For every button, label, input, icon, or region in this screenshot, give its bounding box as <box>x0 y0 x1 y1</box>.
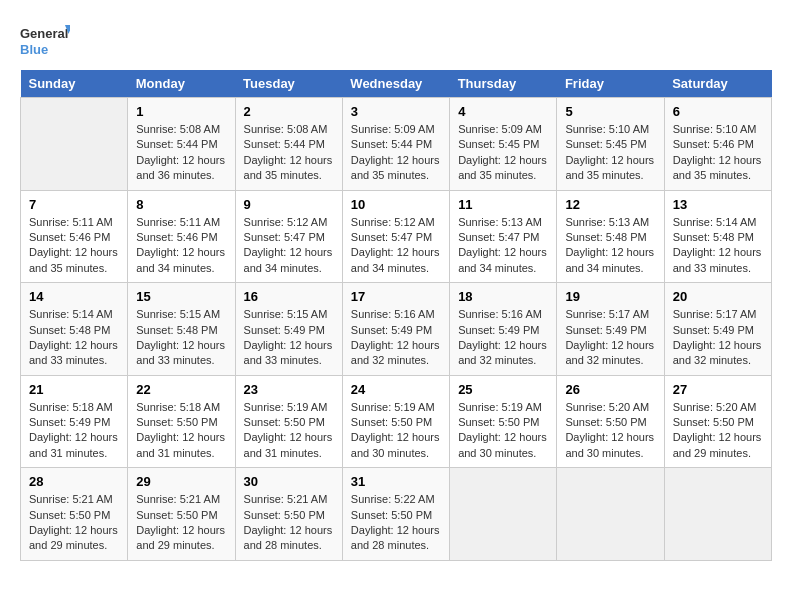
day-number: 31 <box>351 474 441 489</box>
day-info: Sunrise: 5:17 AM Sunset: 5:49 PM Dayligh… <box>673 307 763 369</box>
day-info: Sunrise: 5:09 AM Sunset: 5:44 PM Dayligh… <box>351 122 441 184</box>
calendar-cell: 18Sunrise: 5:16 AM Sunset: 5:49 PM Dayli… <box>450 283 557 376</box>
svg-text:Blue: Blue <box>20 42 48 57</box>
header-friday: Friday <box>557 70 664 98</box>
day-info: Sunrise: 5:21 AM Sunset: 5:50 PM Dayligh… <box>136 492 226 554</box>
day-number: 23 <box>244 382 334 397</box>
calendar-cell <box>664 468 771 561</box>
day-number: 16 <box>244 289 334 304</box>
calendar-cell: 6Sunrise: 5:10 AM Sunset: 5:46 PM Daylig… <box>664 98 771 191</box>
header-saturday: Saturday <box>664 70 771 98</box>
day-info: Sunrise: 5:12 AM Sunset: 5:47 PM Dayligh… <box>351 215 441 277</box>
calendar-cell: 11Sunrise: 5:13 AM Sunset: 5:47 PM Dayli… <box>450 190 557 283</box>
calendar-cell: 28Sunrise: 5:21 AM Sunset: 5:50 PM Dayli… <box>21 468 128 561</box>
day-info: Sunrise: 5:11 AM Sunset: 5:46 PM Dayligh… <box>136 215 226 277</box>
day-number: 28 <box>29 474 119 489</box>
day-number: 6 <box>673 104 763 119</box>
calendar-cell: 15Sunrise: 5:15 AM Sunset: 5:48 PM Dayli… <box>128 283 235 376</box>
day-number: 29 <box>136 474 226 489</box>
calendar-cell: 24Sunrise: 5:19 AM Sunset: 5:50 PM Dayli… <box>342 375 449 468</box>
day-number: 7 <box>29 197 119 212</box>
day-number: 27 <box>673 382 763 397</box>
calendar-cell: 10Sunrise: 5:12 AM Sunset: 5:47 PM Dayli… <box>342 190 449 283</box>
calendar-cell: 26Sunrise: 5:20 AM Sunset: 5:50 PM Dayli… <box>557 375 664 468</box>
day-number: 21 <box>29 382 119 397</box>
header-monday: Monday <box>128 70 235 98</box>
day-info: Sunrise: 5:18 AM Sunset: 5:50 PM Dayligh… <box>136 400 226 462</box>
calendar-week-row: 14Sunrise: 5:14 AM Sunset: 5:48 PM Dayli… <box>21 283 772 376</box>
calendar-header-row: SundayMondayTuesdayWednesdayThursdayFrid… <box>21 70 772 98</box>
day-number: 14 <box>29 289 119 304</box>
calendar-cell: 20Sunrise: 5:17 AM Sunset: 5:49 PM Dayli… <box>664 283 771 376</box>
calendar-cell <box>21 98 128 191</box>
day-info: Sunrise: 5:15 AM Sunset: 5:48 PM Dayligh… <box>136 307 226 369</box>
day-number: 8 <box>136 197 226 212</box>
day-number: 10 <box>351 197 441 212</box>
day-info: Sunrise: 5:20 AM Sunset: 5:50 PM Dayligh… <box>565 400 655 462</box>
day-info: Sunrise: 5:21 AM Sunset: 5:50 PM Dayligh… <box>244 492 334 554</box>
day-info: Sunrise: 5:16 AM Sunset: 5:49 PM Dayligh… <box>458 307 548 369</box>
day-info: Sunrise: 5:22 AM Sunset: 5:50 PM Dayligh… <box>351 492 441 554</box>
day-info: Sunrise: 5:21 AM Sunset: 5:50 PM Dayligh… <box>29 492 119 554</box>
day-info: Sunrise: 5:19 AM Sunset: 5:50 PM Dayligh… <box>244 400 334 462</box>
header-thursday: Thursday <box>450 70 557 98</box>
day-info: Sunrise: 5:20 AM Sunset: 5:50 PM Dayligh… <box>673 400 763 462</box>
calendar-cell: 19Sunrise: 5:17 AM Sunset: 5:49 PM Dayli… <box>557 283 664 376</box>
day-number: 17 <box>351 289 441 304</box>
calendar-cell: 21Sunrise: 5:18 AM Sunset: 5:49 PM Dayli… <box>21 375 128 468</box>
day-number: 24 <box>351 382 441 397</box>
calendar-cell: 5Sunrise: 5:10 AM Sunset: 5:45 PM Daylig… <box>557 98 664 191</box>
day-number: 30 <box>244 474 334 489</box>
calendar-cell: 22Sunrise: 5:18 AM Sunset: 5:50 PM Dayli… <box>128 375 235 468</box>
day-info: Sunrise: 5:10 AM Sunset: 5:46 PM Dayligh… <box>673 122 763 184</box>
day-info: Sunrise: 5:12 AM Sunset: 5:47 PM Dayligh… <box>244 215 334 277</box>
calendar-cell: 14Sunrise: 5:14 AM Sunset: 5:48 PM Dayli… <box>21 283 128 376</box>
day-number: 2 <box>244 104 334 119</box>
calendar-cell: 27Sunrise: 5:20 AM Sunset: 5:50 PM Dayli… <box>664 375 771 468</box>
calendar-week-row: 28Sunrise: 5:21 AM Sunset: 5:50 PM Dayli… <box>21 468 772 561</box>
calendar-cell <box>557 468 664 561</box>
day-info: Sunrise: 5:16 AM Sunset: 5:49 PM Dayligh… <box>351 307 441 369</box>
day-info: Sunrise: 5:13 AM Sunset: 5:48 PM Dayligh… <box>565 215 655 277</box>
logo-svg: General Blue <box>20 20 70 60</box>
day-number: 26 <box>565 382 655 397</box>
calendar-cell: 3Sunrise: 5:09 AM Sunset: 5:44 PM Daylig… <box>342 98 449 191</box>
day-number: 12 <box>565 197 655 212</box>
calendar-cell: 23Sunrise: 5:19 AM Sunset: 5:50 PM Dayli… <box>235 375 342 468</box>
header-wednesday: Wednesday <box>342 70 449 98</box>
day-info: Sunrise: 5:13 AM Sunset: 5:47 PM Dayligh… <box>458 215 548 277</box>
day-number: 4 <box>458 104 548 119</box>
calendar-cell: 31Sunrise: 5:22 AM Sunset: 5:50 PM Dayli… <box>342 468 449 561</box>
calendar-cell: 7Sunrise: 5:11 AM Sunset: 5:46 PM Daylig… <box>21 190 128 283</box>
day-info: Sunrise: 5:15 AM Sunset: 5:49 PM Dayligh… <box>244 307 334 369</box>
calendar-week-row: 1Sunrise: 5:08 AM Sunset: 5:44 PM Daylig… <box>21 98 772 191</box>
calendar-cell: 29Sunrise: 5:21 AM Sunset: 5:50 PM Dayli… <box>128 468 235 561</box>
calendar-cell: 8Sunrise: 5:11 AM Sunset: 5:46 PM Daylig… <box>128 190 235 283</box>
calendar-cell: 2Sunrise: 5:08 AM Sunset: 5:44 PM Daylig… <box>235 98 342 191</box>
day-info: Sunrise: 5:17 AM Sunset: 5:49 PM Dayligh… <box>565 307 655 369</box>
day-number: 18 <box>458 289 548 304</box>
day-number: 15 <box>136 289 226 304</box>
day-info: Sunrise: 5:10 AM Sunset: 5:45 PM Dayligh… <box>565 122 655 184</box>
day-number: 11 <box>458 197 548 212</box>
day-number: 19 <box>565 289 655 304</box>
day-number: 5 <box>565 104 655 119</box>
calendar-week-row: 7Sunrise: 5:11 AM Sunset: 5:46 PM Daylig… <box>21 190 772 283</box>
day-info: Sunrise: 5:19 AM Sunset: 5:50 PM Dayligh… <box>458 400 548 462</box>
day-info: Sunrise: 5:08 AM Sunset: 5:44 PM Dayligh… <box>244 122 334 184</box>
day-number: 9 <box>244 197 334 212</box>
day-number: 22 <box>136 382 226 397</box>
day-number: 20 <box>673 289 763 304</box>
calendar-cell: 16Sunrise: 5:15 AM Sunset: 5:49 PM Dayli… <box>235 283 342 376</box>
calendar-cell: 30Sunrise: 5:21 AM Sunset: 5:50 PM Dayli… <box>235 468 342 561</box>
calendar-week-row: 21Sunrise: 5:18 AM Sunset: 5:49 PM Dayli… <box>21 375 772 468</box>
day-info: Sunrise: 5:14 AM Sunset: 5:48 PM Dayligh… <box>29 307 119 369</box>
day-number: 25 <box>458 382 548 397</box>
calendar-cell: 25Sunrise: 5:19 AM Sunset: 5:50 PM Dayli… <box>450 375 557 468</box>
calendar-cell <box>450 468 557 561</box>
calendar-cell: 4Sunrise: 5:09 AM Sunset: 5:45 PM Daylig… <box>450 98 557 191</box>
page-header: General Blue <box>20 20 772 60</box>
day-info: Sunrise: 5:08 AM Sunset: 5:44 PM Dayligh… <box>136 122 226 184</box>
calendar-cell: 17Sunrise: 5:16 AM Sunset: 5:49 PM Dayli… <box>342 283 449 376</box>
header-tuesday: Tuesday <box>235 70 342 98</box>
